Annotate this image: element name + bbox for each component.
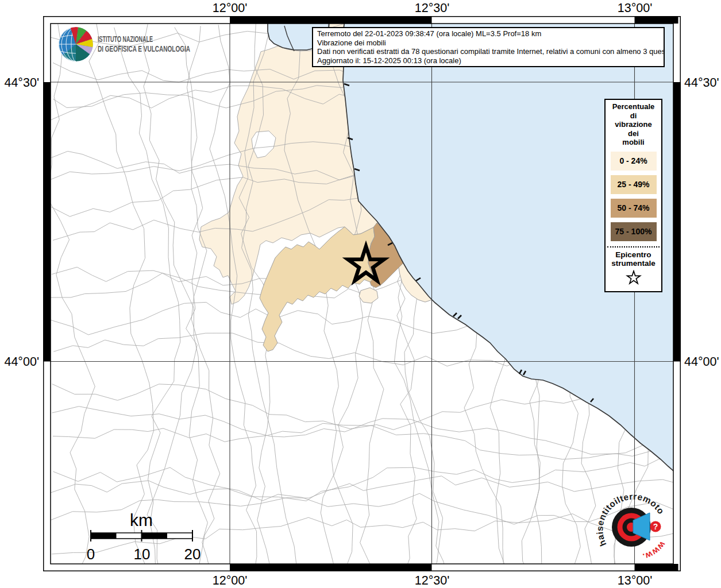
- scale-tick-10: 10: [134, 546, 151, 563]
- ingv-name-line1: ISTITUTO NAZIONALE: [98, 34, 153, 44]
- legend-swatch-75-100: 75 - 100%: [611, 222, 657, 241]
- lat-label-left-4400: 44°00': [0, 355, 39, 369]
- lon-label-bottom-1300: 13°00': [618, 574, 653, 588]
- scale-tick-0: 0: [87, 546, 95, 563]
- base-map: ? haisentitoilterremoto.it www. km: [0, 0, 721, 588]
- ingv-name-line2: DI GEOFISICA E VULCANOLOGIA: [98, 44, 190, 53]
- legend-title: Percentuale di vibrazione dei mobili: [606, 102, 661, 147]
- event-title: Terremoto del 22-01-2023 09:38:47 (ora l…: [317, 29, 660, 38]
- event-subtitle: Vibrazione dei mobili: [317, 38, 660, 48]
- legend: Percentuale di vibrazione dei mobili 0 -…: [604, 99, 662, 292]
- scale-bar-unit: km: [130, 510, 153, 529]
- lat-label-right-4430: 44°30': [684, 76, 719, 90]
- legend-swatch-25-49: 25 - 49%: [611, 175, 657, 194]
- scale-tick-20: 20: [184, 546, 201, 563]
- lon-label-bottom-1230: 12°30': [415, 574, 450, 588]
- lat-label-right-4400: 44°00': [684, 355, 719, 369]
- lon-label-bottom-1200: 12°00': [213, 574, 248, 588]
- map-canvas: ? haisentitoilterremoto.it www. km: [0, 0, 691, 588]
- lon-label-top-1200: 12°00': [213, 1, 248, 16]
- lat-label-left-4430: 44°30': [0, 76, 39, 90]
- haisentito-map-page: ? haisentitoilterremoto.it www. km: [0, 0, 721, 588]
- lon-label-top-1300: 13°00': [618, 1, 653, 16]
- legend-epicenter-label: Epicentro strumentale: [606, 250, 661, 268]
- legend-swatch-0-24: 0 - 24%: [611, 152, 657, 171]
- event-updated-note: Aggiornato il: 15-12-2025 00:13 (ora loc…: [317, 56, 660, 65]
- watermark-url-tld: .it: [0, 0, 2, 2]
- legend-divider: [607, 246, 660, 247]
- question-mark: ?: [653, 522, 658, 531]
- ingv-globe-icon: [59, 27, 93, 61]
- legend-star-icon: [625, 270, 642, 285]
- event-info-box: Terremoto del 22-01-2023 09:38:47 (ora l…: [312, 27, 665, 67]
- lon-label-top-1230: 12°30': [415, 1, 450, 16]
- legend-swatch-50-74: 50 - 74%: [611, 199, 657, 218]
- event-data-note: Dati non verificati estratti da 78 quest…: [317, 47, 660, 56]
